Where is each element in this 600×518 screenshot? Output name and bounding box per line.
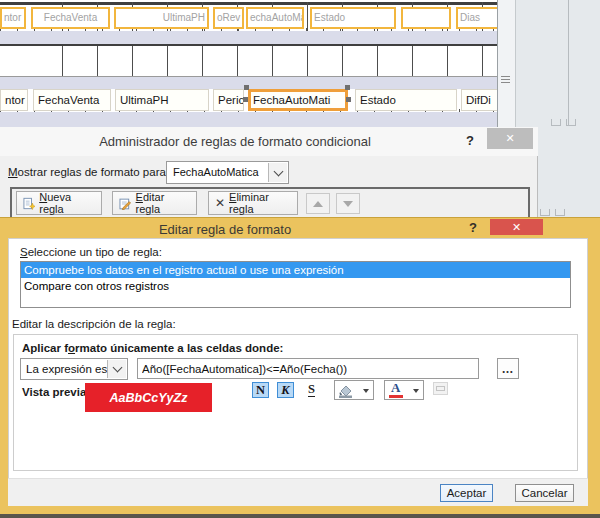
paint-bucket-icon bbox=[337, 383, 354, 398]
rule-type-option-selected[interactable]: Compruebe los datos en el registro actua… bbox=[21, 262, 570, 278]
chevron-down-icon[interactable] bbox=[107, 360, 126, 378]
chevron-down-icon[interactable] bbox=[363, 389, 369, 393]
help-icon[interactable]: ? bbox=[469, 220, 477, 235]
font-color-bar bbox=[389, 395, 403, 398]
rule-type-listbox[interactable]: Compruebe los datos en el registro actua… bbox=[20, 261, 571, 308]
bold-button[interactable]: N bbox=[252, 382, 269, 398]
rule-type-option[interactable]: Compare con otros registros bbox=[21, 278, 570, 294]
close-icon[interactable]: ✕ bbox=[490, 219, 543, 235]
enabled-toggle-button-disabled bbox=[433, 382, 448, 395]
underline-button[interactable]: S bbox=[308, 383, 315, 397]
format-preview-swatch: AaBbCcYyZz bbox=[85, 383, 212, 412]
edit-description-label: Editar la descripción de la regla: bbox=[12, 318, 176, 330]
disabled-glyph-icon bbox=[436, 386, 445, 391]
ok-button[interactable]: Aceptar bbox=[440, 484, 493, 502]
condition-type-combobox[interactable]: La expresión es bbox=[20, 358, 128, 380]
select-rule-type-label: Seleccione un tipo de regla: bbox=[20, 246, 162, 258]
underline-icon: S bbox=[308, 382, 315, 396]
bold-icon: N bbox=[256, 383, 265, 398]
preview-label: Vista previa: bbox=[22, 386, 90, 398]
apply-format-label: Aplicar formato únicamente a las celdas … bbox=[22, 342, 283, 354]
fill-color-button[interactable] bbox=[334, 380, 374, 400]
chevron-down-icon[interactable] bbox=[413, 389, 419, 393]
ellipsis-icon: … bbox=[502, 362, 515, 376]
cancel-button[interactable]: Cancelar bbox=[515, 484, 574, 502]
font-color-a-icon: A bbox=[391, 381, 400, 395]
italic-button[interactable]: K bbox=[277, 382, 294, 398]
italic-icon: K bbox=[281, 383, 289, 398]
expression-input[interactable] bbox=[137, 358, 479, 379]
edit-dialog-footer bbox=[8, 478, 588, 506]
edit-format-rule-dialog: Editar regla de formato ? ✕ Seleccione u… bbox=[0, 0, 600, 518]
expression-builder-button[interactable]: … bbox=[497, 358, 519, 379]
font-color-button[interactable]: A bbox=[384, 380, 424, 400]
edit-dialog-title: Editar regla de formato bbox=[0, 222, 450, 237]
